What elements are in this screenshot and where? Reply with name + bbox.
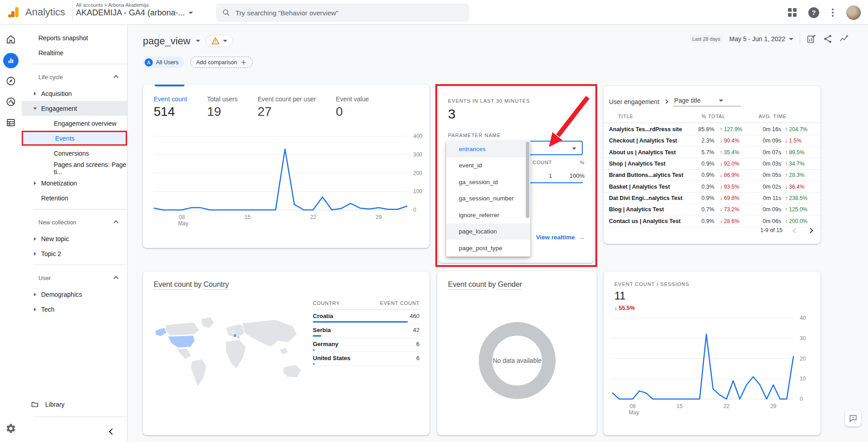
arrow-right-icon: →: [579, 234, 585, 241]
svg-text:May: May: [629, 409, 639, 416]
sidebar-item-pages-and-screens-page-ti[interactable]: Pages and screens: Page ti...: [22, 161, 127, 176]
previous-page-icon[interactable]: [793, 228, 798, 233]
svg-text:22: 22: [310, 214, 316, 220]
table-row: Contact us | Analytics Test 0.9% ↓ 28.6%…: [604, 215, 821, 227]
chevron-down-icon: [223, 40, 227, 42]
configure-icon[interactable]: [5, 117, 16, 128]
home-icon[interactable]: [5, 34, 16, 45]
sidebar-item-engagement-overview[interactable]: Engagement overview: [22, 116, 127, 131]
metric-tab-event-count-per-user[interactable]: Event count per user 27: [258, 95, 316, 119]
sidebar-item-new-topic[interactable]: New topic: [22, 231, 127, 246]
account-switcher[interactable]: All accounts > Arbona Akademija AKADEMIJ…: [76, 2, 193, 18]
country-bar: [313, 363, 315, 365]
plus-icon: [241, 59, 247, 66]
dropdown-option-event-id[interactable]: event_id: [446, 157, 530, 174]
comparison-chip-all-users[interactable]: A All Users: [143, 57, 184, 68]
share-icon[interactable]: [823, 34, 833, 44]
collapse-chevron-icon[interactable]: [113, 276, 118, 281]
chevron-right-icon: [664, 100, 669, 104]
sidebar-item-retention[interactable]: Retention: [22, 190, 127, 205]
realtime-title: EVENTS IN LAST 30 MINUTES: [448, 98, 530, 104]
reports-icon[interactable]: [3, 53, 19, 68]
analytics-logo[interactable]: Analytics: [7, 5, 65, 19]
collapse-sidenav-icon[interactable]: [109, 428, 115, 435]
collapse-chevron-icon[interactable]: [113, 75, 118, 80]
sidebar-item-conversions[interactable]: Conversions: [22, 146, 127, 161]
insights-icon[interactable]: [839, 34, 849, 44]
dropdown-option-ga-session-number[interactable]: ga_session_number: [446, 190, 530, 207]
metric-tab-event-count[interactable]: Event count 514: [154, 95, 187, 119]
svg-text:300: 300: [413, 152, 422, 158]
percent-cell: 100%: [557, 172, 585, 179]
world-map: [152, 309, 310, 409]
metric-tab-event-value[interactable]: Event value 0: [336, 95, 369, 119]
search-input[interactable]: [236, 9, 463, 17]
sidebar-item-library[interactable]: Library: [22, 397, 127, 412]
search-bar[interactable]: [216, 4, 469, 22]
dimension-term[interactable]: Gender: [498, 280, 522, 290]
sidebar-item-acquisition[interactable]: Acquisition: [22, 86, 127, 101]
sidebar-item-realtime[interactable]: Realtime: [22, 45, 127, 60]
data-quality-warning[interactable]: [206, 35, 233, 47]
next-page-icon[interactable]: [807, 228, 813, 233]
view-realtime-link[interactable]: View realtime →: [536, 234, 585, 241]
report-title-dropdown-icon[interactable]: [196, 40, 200, 42]
advertising-icon[interactable]: [5, 96, 16, 107]
sidebar-item-monetization[interactable]: Monetization: [22, 176, 127, 190]
annotation-red-box: EVENTS IN LAST 30 MINUTES 3 PARAMETER NA…: [435, 84, 597, 267]
sidebar-item-events[interactable]: Events: [22, 131, 127, 146]
parameter-name-label: PARAMETER NAME: [448, 133, 500, 138]
sidebar-item-engagement[interactable]: Engagement: [22, 101, 127, 116]
explore-icon[interactable]: [5, 76, 16, 86]
dropdown-option-entrances[interactable]: entrances: [446, 141, 530, 157]
metric-term[interactable]: Event count: [448, 280, 486, 290]
dropdown-option-page-location[interactable]: page_location: [446, 223, 530, 240]
sidebar-item-tech[interactable]: Tech: [22, 302, 127, 317]
chevron-down-icon: [719, 100, 723, 102]
sidebar-item-new-collection[interactable]: New collection: [22, 213, 127, 231]
sessions-card-title: EVENT COUNT / SESSIONS: [614, 281, 689, 287]
country-row: United States6: [313, 352, 420, 366]
map-croatia-marker: [233, 334, 237, 337]
sidebar-item-demographics[interactable]: Demographics: [22, 287, 127, 302]
admin-gear-icon[interactable]: [5, 423, 16, 434]
sidebar-item-reports-snapshot[interactable]: Reports snapshot: [22, 30, 127, 45]
metric-term[interactable]: Event count: [154, 280, 192, 290]
table-row: Basket | Analytics Test 0.3% ↓ 93.5% 0m …: [604, 181, 821, 192]
sidebar-item-user[interactable]: User: [22, 269, 127, 287]
svg-text:0: 0: [413, 207, 416, 213]
sidebar-item-topic-2[interactable]: Topic 2: [22, 246, 127, 261]
avatar[interactable]: [846, 5, 861, 20]
dropdown-option-page-post-type[interactable]: page_post_type: [446, 240, 530, 257]
parameter-dropdown: entrances event_id ga_session_id ga_sess…: [446, 141, 530, 257]
expand-caret-icon: [34, 237, 36, 241]
dimension-term[interactable]: Country: [203, 280, 229, 290]
customize-report-icon[interactable]: [807, 34, 816, 44]
more-options-icon[interactable]: [831, 8, 835, 18]
dropdown-scrollbar[interactable]: [526, 142, 529, 218]
metric-tab-total-users[interactable]: Total users 19: [207, 95, 238, 119]
google-apps-icon[interactable]: [788, 8, 797, 17]
svg-text:20: 20: [800, 356, 806, 362]
expand-caret-icon: [34, 92, 36, 95]
table-row: Dat Divi Engi...nalytics Test 0.9% ↓ 69.…: [604, 193, 821, 204]
help-icon[interactable]: ?: [808, 7, 819, 18]
collapse-chevron-icon[interactable]: [113, 220, 118, 225]
dropdown-option-ga-session-id[interactable]: ga_session_id: [446, 174, 530, 190]
feedback-button[interactable]: [845, 410, 861, 427]
expand-caret-icon: [34, 181, 36, 185]
add-comparison-button[interactable]: Add comparison: [190, 57, 253, 68]
table-row: Brand Buttons...alytics Test 0.9% ↓ 86.9…: [604, 170, 821, 181]
date-range-picker[interactable]: May 5 - Jun 1, 2022: [729, 35, 793, 43]
sidebar-item-life-cycle[interactable]: Life cycle: [22, 68, 127, 86]
chevron-down-icon: [189, 12, 193, 14]
svg-text:100: 100: [413, 188, 422, 195]
dropdown-option-ignore-referrer[interactable]: ignore_referrer: [446, 207, 530, 223]
feedback-chat-icon: [849, 414, 858, 423]
table-row: Checkout | Analytics Test 2.3% ↓ 90.4% 0…: [604, 135, 821, 147]
ga-logo-icon: [7, 5, 21, 19]
event-count-by-country-card: Event count by Country COUNTRY: [143, 271, 429, 435]
svg-text:29: 29: [770, 403, 777, 409]
dimension-selector[interactable]: Page title: [673, 97, 741, 106]
svg-text:22: 22: [723, 403, 730, 409]
